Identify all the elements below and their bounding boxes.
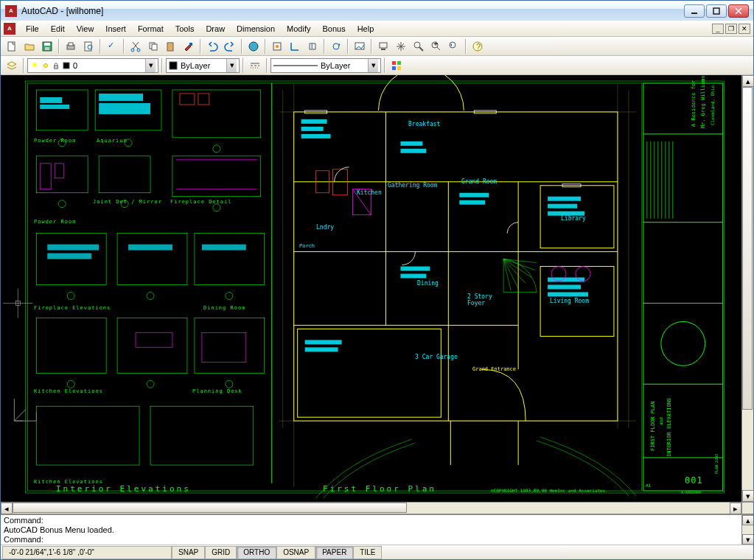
cut-button[interactable] bbox=[128, 38, 144, 55]
save-button[interactable] bbox=[39, 38, 55, 55]
spell-button[interactable]: ✓ bbox=[104, 38, 120, 55]
mode-paper[interactable]: PAPER bbox=[315, 546, 353, 559]
label-fireplace-elev: Fireplace Elevations bbox=[34, 305, 111, 311]
svg-rect-93 bbox=[55, 164, 63, 178]
mode-osnap[interactable]: OSNAP bbox=[276, 546, 315, 559]
label-aquarium: Aquarium bbox=[97, 138, 128, 144]
svg-point-89 bbox=[226, 380, 233, 388]
maximize-button[interactable] bbox=[706, 4, 727, 18]
menu-help[interactable]: Help bbox=[352, 22, 380, 35]
mdi-close-button[interactable]: ✕ bbox=[739, 24, 750, 34]
redo-button[interactable] bbox=[222, 38, 238, 55]
color-swatch-icon bbox=[63, 61, 70, 70]
ucs-button[interactable] bbox=[287, 38, 303, 55]
svg-point-27 bbox=[414, 42, 420, 48]
menu-draw[interactable]: Draw bbox=[200, 22, 231, 35]
svg-rect-100 bbox=[99, 103, 150, 114]
linetype-dropdown[interactable]: ByLayer ▾ bbox=[270, 58, 381, 73]
mode-ortho[interactable]: ORTHO bbox=[237, 546, 276, 559]
standard-toolbar: ✓ i + ? bbox=[1, 37, 753, 56]
menu-modify[interactable]: Modify bbox=[281, 22, 316, 35]
inquiry-button[interactable]: i bbox=[304, 38, 321, 55]
vertical-scrollbar[interactable]: ▴ ▾ bbox=[741, 75, 753, 502]
menu-file[interactable]: File bbox=[20, 22, 45, 35]
svg-rect-1 bbox=[713, 8, 719, 14]
command-window[interactable]: Command: AutoCAD Bonus Menu loaded. Comm… bbox=[1, 514, 753, 545]
titleblock-line3: Cleveland, Ohio bbox=[710, 85, 715, 125]
linetype-button[interactable] bbox=[247, 57, 263, 74]
right-sheet-title: First Floor Plan bbox=[323, 484, 436, 494]
menu-tools[interactable]: Tools bbox=[170, 22, 200, 35]
redraw-button[interactable] bbox=[328, 38, 344, 55]
properties-toolbar: 0 ▾ ByLayer ▾ ByLayer ▾ bbox=[1, 56, 753, 75]
cmd-scroll-up-button[interactable]: ▴ bbox=[742, 515, 753, 525]
layer-dropdown[interactable]: 0 ▾ bbox=[27, 58, 158, 73]
svg-rect-99 bbox=[99, 94, 143, 101]
svg-point-87 bbox=[67, 380, 74, 388]
menu-bonus[interactable]: Bonus bbox=[316, 22, 351, 35]
menu-view[interactable]: View bbox=[71, 22, 100, 35]
svg-rect-26 bbox=[381, 49, 385, 50]
mode-tile[interactable]: TILE bbox=[353, 546, 382, 559]
open-button[interactable] bbox=[21, 38, 38, 55]
svg-rect-143 bbox=[548, 292, 588, 296]
mode-snap[interactable]: SNAP bbox=[172, 546, 205, 559]
svg-rect-147 bbox=[400, 274, 426, 279]
titleblock-line2: Mr. Greg Williams bbox=[700, 75, 706, 128]
svg-point-88 bbox=[147, 380, 154, 388]
scroll-left-button[interactable]: ◂ bbox=[1, 503, 13, 514]
svg-rect-45 bbox=[397, 61, 401, 65]
zoom-previous-button[interactable] bbox=[446, 38, 462, 55]
drawing-viewport[interactable]: Powder Room Aquarium Joint Det / Mirror … bbox=[1, 75, 741, 502]
svg-point-20 bbox=[249, 42, 258, 51]
svg-rect-131 bbox=[301, 119, 327, 124]
scroll-down-button[interactable]: ▾ bbox=[742, 490, 754, 502]
mdi-minimize-button[interactable]: _ bbox=[712, 24, 724, 34]
scroll-right-button[interactable]: ▸ bbox=[730, 503, 741, 514]
svg-rect-37 bbox=[55, 66, 58, 69]
svg-rect-96 bbox=[202, 332, 246, 362]
zoom-realtime-button[interactable] bbox=[411, 38, 427, 55]
svg-rect-137 bbox=[459, 200, 485, 205]
chevron-down-icon: ▾ bbox=[145, 59, 156, 72]
svg-rect-39 bbox=[170, 62, 177, 69]
room-grand-entrance: Grand Entrance bbox=[472, 366, 516, 372]
document-icon[interactable]: A bbox=[4, 23, 15, 35]
app-frame: A File Edit View Insert Format Tools Dra… bbox=[0, 21, 754, 560]
print-button[interactable] bbox=[63, 38, 79, 55]
make-layer-button[interactable] bbox=[4, 57, 20, 74]
svg-rect-9 bbox=[69, 43, 73, 46]
menu-dimension[interactable]: Dimension bbox=[231, 22, 281, 35]
aerial-view-button[interactable] bbox=[352, 38, 368, 55]
minimize-button[interactable] bbox=[684, 4, 705, 18]
mode-grid[interactable]: GRID bbox=[205, 546, 237, 559]
mdi-restore-button[interactable]: ❐ bbox=[725, 24, 737, 34]
cmd-scroll-down-button[interactable]: ▾ bbox=[742, 534, 753, 545]
undo-button[interactable] bbox=[204, 38, 220, 55]
scroll-up-button[interactable]: ▴ bbox=[742, 75, 754, 87]
menu-format[interactable]: Format bbox=[132, 22, 170, 35]
svg-rect-80 bbox=[195, 234, 265, 285]
launch-browser-button[interactable] bbox=[245, 38, 262, 55]
pan-button[interactable] bbox=[393, 38, 409, 55]
svg-rect-101 bbox=[47, 245, 99, 251]
help-button[interactable]: ? bbox=[469, 38, 486, 55]
svg-rect-18 bbox=[169, 42, 172, 43]
menu-insert[interactable]: Insert bbox=[100, 22, 132, 35]
copy-button[interactable] bbox=[145, 38, 161, 55]
menu-edit[interactable]: Edit bbox=[45, 22, 71, 35]
paste-button[interactable] bbox=[163, 38, 179, 55]
window-titlebar: A AutoCAD - [wilhome] bbox=[0, 0, 754, 21]
horizontal-scrollbar[interactable]: ◂ ▸ bbox=[1, 502, 753, 514]
named-views-button[interactable] bbox=[375, 38, 391, 55]
print-preview-button[interactable] bbox=[80, 38, 97, 55]
svg-rect-84 bbox=[36, 318, 106, 373]
command-history-2: AutoCAD Bonus Menu loaded. bbox=[4, 525, 739, 535]
zoom-window-button[interactable]: + bbox=[428, 38, 444, 55]
color-dropdown[interactable]: ByLayer ▾ bbox=[166, 58, 240, 73]
close-button[interactable] bbox=[728, 4, 749, 18]
new-button[interactable] bbox=[4, 38, 20, 55]
match-properties-button[interactable] bbox=[181, 38, 197, 55]
osnap-settings-button[interactable] bbox=[269, 38, 285, 55]
properties-button[interactable] bbox=[388, 57, 405, 74]
